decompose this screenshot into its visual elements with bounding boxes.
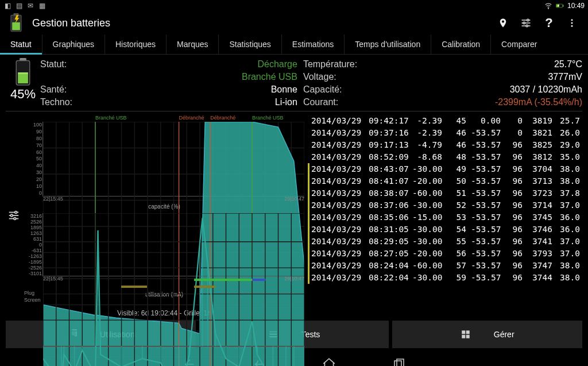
svg-rect-18 xyxy=(18,74,28,83)
value-plugged: Branché USB xyxy=(78,71,297,83)
svg-point-24 xyxy=(11,214,13,217)
svg-rect-124 xyxy=(466,330,470,334)
label-voltage: Voltage: xyxy=(303,71,357,83)
value-health: Bonne xyxy=(78,83,297,96)
nav-home-icon[interactable] xyxy=(320,355,338,366)
svg-point-0 xyxy=(548,8,548,9)
wifi-icon xyxy=(544,2,552,10)
battery-stats-panel: 45% Statut: Décharge Température: 25.7°C… xyxy=(6,58,582,111)
log-row: 2014/03/2908:24:04-60.0057-53.5796374738… xyxy=(308,260,582,272)
log-row: 2014/03/2909:17:13-4.7946-53.5796382529.… xyxy=(311,139,582,151)
log-row: 2014/03/2908:31:05-30.0054-53.5796374636… xyxy=(308,224,582,236)
svg-point-11 xyxy=(523,22,525,24)
svg-rect-19 xyxy=(18,72,28,74)
svg-rect-125 xyxy=(462,335,465,338)
label-techno: Techno: xyxy=(40,96,72,109)
svg-rect-6 xyxy=(12,22,20,30)
tab-graphiques[interactable]: Graphiques xyxy=(42,34,105,54)
nav-recents-icon[interactable] xyxy=(390,355,408,366)
log-row: 2014/03/2908:43:07-30.0049-53.5796370438… xyxy=(308,163,582,175)
battery-percent: 45% xyxy=(10,87,36,102)
page-title: Gestion batteries xyxy=(32,17,492,29)
tune-icon[interactable] xyxy=(514,11,537,34)
value-status: Décharge xyxy=(78,58,297,71)
log-table[interactable]: 2014/03/2909:42:17-2.39450.000381925.720… xyxy=(308,115,582,317)
log-row: 2014/03/2908:27:05-20.0056-53.5796379337… xyxy=(308,248,582,260)
svg-rect-123 xyxy=(462,330,465,334)
chart-tune-icon[interactable] xyxy=(7,209,20,224)
svg-rect-3 xyxy=(563,5,563,7)
notification-icon: ✉ xyxy=(26,2,34,10)
label-health: Santé: xyxy=(40,83,72,96)
help-icon[interactable]: ? xyxy=(537,11,560,34)
value-capacity: 3037 / 10230mAh xyxy=(363,83,582,96)
log-row: 2014/03/2909:42:17-2.39450.000381925.7 xyxy=(311,115,582,127)
svg-rect-128 xyxy=(394,361,401,366)
status-time: 10:49 xyxy=(567,2,585,10)
svg-point-12 xyxy=(526,25,528,26)
svg-point-15 xyxy=(571,25,573,27)
svg-rect-126 xyxy=(466,335,470,338)
current-chart[interactable]: 32162526189512636310-631-1263-1895-2526-… xyxy=(42,213,304,276)
svg-rect-129 xyxy=(397,359,404,366)
battery-icon xyxy=(14,58,32,87)
svg-point-25 xyxy=(14,217,16,219)
label-temperature: Température: xyxy=(303,58,357,71)
action-bar: Gestion batteries ? xyxy=(0,11,588,34)
app-icon xyxy=(5,11,28,34)
manage-label: Gérer xyxy=(494,330,514,339)
location-icon[interactable] xyxy=(492,11,514,34)
log-row: 2014/03/2908:35:06-15.0053-53.5796374536… xyxy=(308,211,582,224)
tab-bar: StatutGraphiquesHistoriquesMarquesStatis… xyxy=(0,34,588,55)
svg-point-14 xyxy=(571,22,573,24)
notification-icon: ◧ xyxy=(3,2,11,10)
manage-button[interactable]: Gérer xyxy=(392,321,582,348)
tab-statistiques[interactable]: Statistiques xyxy=(218,34,281,54)
tab-historiques[interactable]: Historiques xyxy=(105,34,166,54)
tab-comparer[interactable]: Comparer xyxy=(490,34,547,54)
svg-point-13 xyxy=(571,19,573,21)
tab-temps-d-utilisation[interactable]: Temps d'utilisation xyxy=(344,34,431,54)
label-current: Courant: xyxy=(303,96,357,109)
log-row: 2014/03/2908:37:06-30.0052-53.5796371437… xyxy=(308,199,582,211)
tab-calibration[interactable]: Calibration xyxy=(431,34,490,54)
android-status-bar: ◧ ▤ ✉ ▦ 10:49 xyxy=(0,0,588,11)
notification-icon: ▤ xyxy=(15,2,23,10)
log-row: 2014/03/2908:38:07-60.0051-53.5796372337… xyxy=(308,187,582,199)
notification-icon: ▦ xyxy=(38,2,46,10)
label-plugged xyxy=(40,71,72,83)
value-temperature: 25.7°C xyxy=(363,58,582,71)
value-voltage: 3777mV xyxy=(363,71,582,83)
log-row: 2014/03/2908:41:07-20.0050-53.5796371338… xyxy=(308,175,582,187)
value-current: -2399mA (-35.54%/h) xyxy=(363,96,582,109)
log-row: 2014/03/2908:22:04-30.0059-53.5796374438… xyxy=(308,272,582,284)
tab-estimations[interactable]: Estimations xyxy=(281,34,344,54)
capacity-chart[interactable]: Branché USBDébranchéDébranchéBranché USB… xyxy=(42,122,304,197)
label-capacity: Capacité: xyxy=(303,83,357,96)
label-status: Statut: xyxy=(40,58,72,71)
log-row: 2014/03/2909:37:16-2.3946-53.570382126.0 xyxy=(311,127,582,139)
svg-point-23 xyxy=(15,211,17,213)
value-techno: Li-ion xyxy=(78,96,297,109)
svg-point-10 xyxy=(527,19,529,21)
tab-statut[interactable]: Statut xyxy=(0,34,42,54)
tab-marques[interactable]: Marques xyxy=(166,34,218,54)
log-row: 2014/03/2908:52:09-8.6848-53.5796381235.… xyxy=(311,151,582,163)
battery-charging-icon xyxy=(556,2,564,10)
grid-icon xyxy=(461,329,471,340)
overflow-menu-icon[interactable] xyxy=(560,11,583,34)
log-row: 2014/03/2908:29:05-30.0055-53.5796374137… xyxy=(308,236,582,248)
